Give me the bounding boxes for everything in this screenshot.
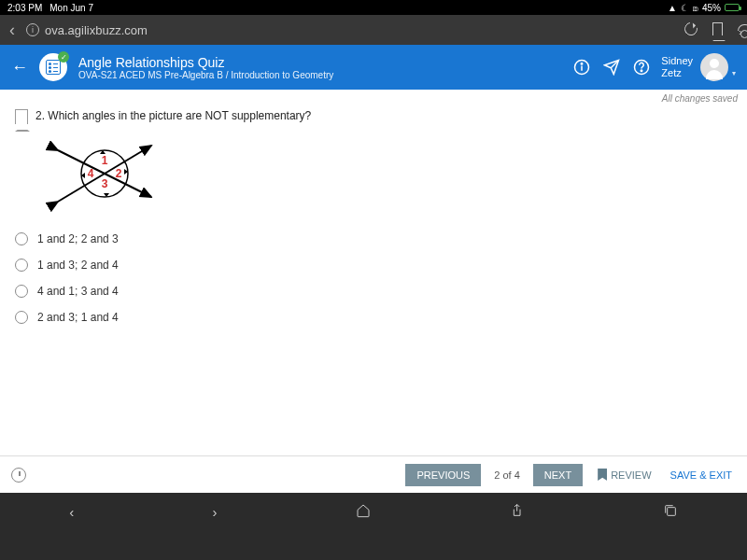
browser-back-button[interactable]: ‹: [9, 21, 15, 40]
info-button[interactable]: [573, 59, 590, 76]
save-exit-button[interactable]: SAVE & EXIT: [667, 469, 736, 481]
question-text: 2. Which angles in the picture are NOT s…: [35, 109, 311, 124]
send-button[interactable]: [603, 59, 620, 76]
radio-icon: [15, 311, 28, 324]
nav-back-button[interactable]: ‹: [69, 504, 74, 520]
option-b[interactable]: 1 and 3; 2 and 4: [15, 259, 747, 272]
radio-icon: [15, 285, 28, 298]
nav-home-button[interactable]: [356, 503, 371, 521]
review-button[interactable]: REVIEW: [590, 469, 658, 481]
battery-icon: [725, 4, 740, 11]
wifi-icon: ▲: [668, 3, 677, 13]
device-status-bar: 2:03 PM Mon Jun 7 ▲ ☾ ⎄ 45%: [0, 0, 747, 15]
moon-icon: ☾: [681, 3, 689, 13]
avatar: [700, 53, 728, 81]
svg-point-4: [641, 70, 643, 72]
page-indicator: 2 of 4: [488, 469, 526, 481]
bookmark-icon: [598, 469, 607, 481]
save-status: All changes saved: [0, 90, 747, 104]
previous-button[interactable]: PREVIOUS: [405, 464, 481, 486]
battery-percent: 45%: [702, 3, 721, 13]
svg-text:4: 4: [88, 167, 94, 180]
timer-button[interactable]: [11, 468, 26, 483]
user-menu[interactable]: Sidney Zetz ▾: [661, 53, 736, 81]
breadcrumb: OVA-S21 ACED MS Pre-Algebra B / Introduc…: [78, 70, 562, 80]
status-time: 2:03 PM: [7, 3, 42, 13]
option-d[interactable]: 2 and 3; 1 and 4: [15, 311, 747, 324]
nav-tabs-button[interactable]: [663, 503, 678, 521]
quiz-title: Angle Relationships Quiz: [78, 55, 562, 70]
svg-text:2: 2: [116, 167, 122, 180]
nav-forward-button[interactable]: ›: [213, 504, 218, 520]
device-bottom-nav: ‹ ›: [0, 493, 747, 530]
nav-share-button[interactable]: [509, 503, 524, 521]
next-button[interactable]: NEXT: [533, 464, 583, 486]
svg-rect-12: [667, 507, 675, 515]
option-c[interactable]: 4 and 1; 3 and 4: [15, 285, 747, 298]
app-back-button[interactable]: ←: [11, 58, 28, 77]
angle-diagram: 1 2 3 4: [39, 132, 747, 219]
site-info-icon[interactable]: i: [26, 23, 39, 36]
radio-icon: [15, 232, 28, 245]
svg-point-2: [582, 63, 584, 65]
help-button[interactable]: [633, 59, 650, 76]
quiz-content: All changes saved 2. Which angles in the…: [0, 90, 747, 493]
quiz-icon: ✓: [39, 53, 67, 81]
bookmark-button[interactable]: [712, 22, 723, 38]
url-text: ova.agilixbuzz.com: [45, 23, 148, 37]
browser-toolbar: ‹ i ova.agilixbuzz.com: [0, 15, 747, 45]
user-last-name: Zetz: [661, 67, 693, 79]
bookmark-question-button[interactable]: [15, 109, 28, 124]
svg-text:3: 3: [102, 177, 108, 190]
url-bar[interactable]: i ova.agilixbuzz.com: [26, 23, 673, 37]
chevron-down-icon: ▾: [732, 69, 736, 77]
quiz-footer: PREVIOUS 2 of 4 NEXT REVIEW SAVE & EXIT: [0, 455, 747, 493]
svg-text:1: 1: [102, 154, 108, 167]
option-a[interactable]: 1 and 2; 2 and 3: [15, 232, 747, 245]
reload-button[interactable]: [684, 22, 698, 38]
status-date: Mon Jun 7: [49, 3, 93, 13]
radio-icon: [15, 259, 28, 272]
app-header: ← ✓ Angle Relationships Quiz OVA-S21 ACE…: [0, 45, 747, 90]
user-first-name: Sidney: [661, 55, 693, 67]
headphones-icon: ⎄: [693, 3, 698, 13]
answer-options: 1 and 2; 2 and 3 1 and 3; 2 and 4 4 and …: [0, 229, 747, 324]
